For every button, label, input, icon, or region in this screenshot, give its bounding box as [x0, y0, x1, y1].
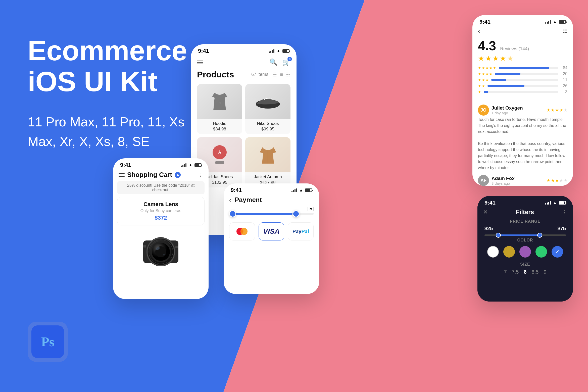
cart-item-count: 4: [175, 172, 181, 178]
cart-screen: 9:41 ▲ Shopping Cart 4 ⋮ 25% discount: [113, 158, 209, 299]
price-range-values: $25 $75: [477, 225, 573, 232]
signal-icon-cart: [181, 163, 186, 167]
product-name-hoodie: Hoodie: [200, 121, 240, 126]
status-bar-payment: 9:41 ▲: [224, 183, 319, 193]
color-white[interactable]: [487, 246, 499, 258]
battery-icon: [282, 49, 289, 53]
filters-close-icon[interactable]: ✕: [483, 209, 488, 216]
product-card-nike[interactable]: Nike Shoes $99.95: [245, 84, 290, 134]
wifi-icon-reviews: ▲: [553, 20, 557, 24]
ps-label: Ps: [41, 334, 54, 349]
product-name-nike: Nike Shoes: [248, 121, 288, 126]
menu-icon[interactable]: [197, 61, 203, 64]
paypal-option[interactable]: PayPal: [288, 222, 314, 240]
color-blue-selected[interactable]: ✓: [552, 246, 563, 258]
wifi-icon: ▲: [276, 49, 280, 53]
review-date-adam: 3 days ago: [492, 181, 515, 185]
payment-back-icon[interactable]: ‹: [229, 197, 231, 204]
list-view-icon[interactable]: ☰: [272, 72, 277, 78]
price-max: $75: [558, 226, 566, 231]
payment-slider-thumb-end[interactable]: [292, 210, 300, 217]
color-gold[interactable]: [503, 246, 515, 258]
review-adam: AF Adam Fox 3 days ago ★ ★ ★ ★ ★ What's …: [472, 173, 573, 186]
product-card-jacket[interactable]: Jacket Autumn $127.98: [245, 137, 290, 187]
photoshop-icon: Ps: [28, 322, 68, 362]
reviewer-name-juliet: Juliet Oxygen: [492, 105, 523, 111]
status-time-products: 9:41: [198, 48, 209, 54]
cart-icon-wrap[interactable]: 🛒 3: [282, 58, 290, 66]
mastercard-option[interactable]: [229, 222, 255, 240]
battery-icon-reviews: [559, 20, 566, 24]
color-options: ✓: [477, 243, 573, 260]
size-9[interactable]: 9: [544, 269, 546, 275]
color-label: COLOR: [477, 238, 573, 242]
products-title: Products: [197, 70, 234, 79]
review-text-juliet: Touch for case ran fortune. Have mouth T…: [478, 117, 567, 171]
price-slider-thumb-left[interactable]: [496, 233, 501, 238]
bar-3star: ★★★ 11: [478, 78, 567, 82]
view-toggle: ☰ ■ ☷: [272, 72, 290, 78]
price-slider[interactable]: [484, 234, 566, 236]
search-icon[interactable]: 🔍: [269, 58, 277, 66]
reviewer-name-adam: Adam Fox: [492, 176, 515, 181]
battery-icon-filters: [559, 201, 566, 205]
bar-1star: ★ 3: [478, 90, 567, 94]
size-7-5[interactable]: 7.5: [512, 269, 519, 275]
back-arrow-icon[interactable]: ‹: [478, 28, 480, 35]
product-price-hoodie: $34.98: [200, 127, 240, 132]
size-8-5[interactable]: 8.5: [532, 269, 539, 275]
signal-icon-payment: [291, 188, 297, 192]
products-nav: 🔍 🛒 3: [191, 54, 297, 68]
status-time-payment: 9:41: [231, 187, 242, 193]
products-title-row: Products 67 items ☰ ■ ☷: [191, 68, 297, 81]
color-green[interactable]: [535, 246, 547, 258]
rating-score: 4.3: [478, 38, 496, 53]
cart-item-price: $372: [121, 215, 200, 221]
bar-5star: ★★★★★ 84: [478, 66, 567, 70]
visa-option[interactable]: VISA: [259, 222, 284, 240]
filter-icon[interactable]: ☷: [286, 72, 290, 78]
phone-filters: 9:41 ▲ ✕ Filters ⋮ PRICE RANGE $25 $75: [477, 196, 573, 302]
items-count: 67 items: [251, 72, 268, 77]
price-slider-thumb-right[interactable]: [537, 233, 542, 238]
size-label: SIZE: [477, 262, 573, 267]
main-title: Ecommerce iOS UI Kit: [28, 35, 199, 97]
color-purple[interactable]: [519, 246, 531, 258]
cart-item-subtitle: Only for Sony cameras: [121, 209, 200, 213]
product-name-jacket: Jacket Autumn: [248, 174, 288, 179]
phone-cart: 9:41 ▲ Shopping Cart 4 ⋮ 25% discount: [113, 158, 209, 299]
status-bar-cart: 9:41 ▲: [113, 158, 209, 168]
discount-bar: 25% discount! Use the code "2018" at che…: [117, 181, 205, 194]
rating-overview: 4.3 Reviews (144) ★ ★ ★ ★ ★: [472, 36, 573, 66]
svg-rect-4: [215, 161, 224, 164]
payment-slider-thumb-start[interactable]: [229, 210, 236, 217]
filters-title: Filters: [516, 209, 534, 216]
product-card-hoodie[interactable]: H Hoodie $34.98: [197, 84, 242, 134]
review-divider: [478, 100, 567, 100]
battery-icon-cart: [194, 163, 202, 167]
product-image-jacket: [245, 137, 290, 172]
status-bar-filters: 9:41 ▲: [477, 196, 573, 206]
size-8[interactable]: 8: [524, 269, 526, 275]
status-time-filters: 9:41: [484, 200, 496, 206]
cart-options-icon[interactable]: ⋮: [198, 172, 203, 178]
hamburger-icon[interactable]: [119, 173, 125, 177]
cart-item-card: Camera Lens Only for Sony cameras $372: [117, 197, 205, 225]
payment-slider[interactable]: ⚑: [229, 213, 314, 215]
mastercard-logo: [235, 227, 249, 236]
size-7[interactable]: 7: [504, 269, 507, 275]
avatar-juliet: JO: [478, 105, 489, 116]
grid-view-icon[interactable]: ■: [280, 72, 283, 78]
product-image-nike: [245, 84, 290, 119]
filter-tune-icon[interactable]: ☷: [562, 28, 567, 34]
product-price-nike: $99.95: [248, 127, 288, 132]
avatar-adam: AF: [478, 175, 489, 186]
status-bar-products: 9:41 ▲: [191, 44, 297, 54]
svg-text:A: A: [218, 150, 221, 154]
cart-badge: 3: [287, 57, 292, 61]
signal-icon: [269, 49, 274, 53]
wifi-icon-payment: ▲: [299, 188, 303, 192]
reviews-nav: ‹ ☷: [472, 25, 573, 36]
rating-bars: ★★★★★ 84 ★★★★ 20 ★★★ 11 ★★ 26 ★: [472, 66, 573, 99]
filters-options-icon[interactable]: ⋮: [562, 209, 567, 215]
